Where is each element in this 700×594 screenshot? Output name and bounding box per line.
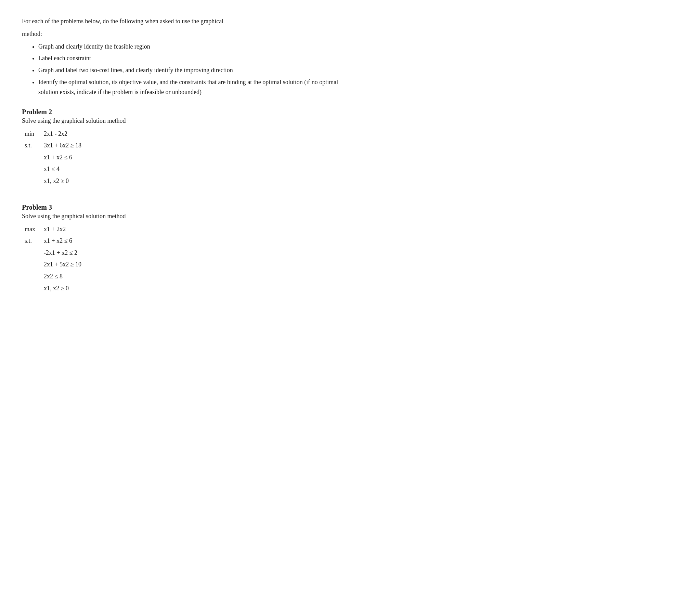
- problem-2-constraint-row-1: s.t. 3x1 + 6x2 ≥ 18: [22, 140, 84, 151]
- problem-3-objective-row: max x1 + 2x2: [22, 223, 84, 235]
- problem-2-lp-table: min 2x1 - 2x2 s.t. 3x1 + 6x2 ≥ 18 x1 + x…: [22, 128, 84, 187]
- problem-3-constraint-row-4: 2x2 ≤ 8: [22, 270, 84, 282]
- problem-3-lp-table: max x1 + 2x2 s.t. x1 + x2 ≤ 6 -2x1 + x2 …: [22, 223, 84, 294]
- problem-3-st-empty-1: [22, 247, 42, 259]
- problem-3-title: Problem 3: [22, 203, 354, 211]
- problem-2-constraint-row-2: x1 + x2 ≤ 6: [22, 151, 84, 163]
- problem-2-constraint-row-4: x1, x2 ≥ 0: [22, 175, 84, 187]
- problem-2-section: Problem 2 Solve using the graphical solu…: [22, 108, 354, 187]
- problem-2-constraint-4: x1, x2 ≥ 0: [42, 175, 84, 187]
- problem-2-constraint-1: 3x1 + 6x2 ≥ 18: [42, 140, 84, 151]
- problem-3-constraint-4: 2x2 ≤ 8: [42, 270, 84, 282]
- problem-3-subtitle: Solve using the graphical solution metho…: [22, 213, 354, 220]
- problem-2-st-empty-3: [22, 175, 42, 187]
- problem-3-constraint-row-1: s.t. x1 + x2 ≤ 6: [22, 235, 84, 247]
- bullet-1: Graph and clearly identify the feasible …: [38, 42, 354, 52]
- problem-2-objective: 2x1 - 2x2: [42, 128, 84, 140]
- problem-3-st-empty-2: [22, 259, 42, 270]
- bullet-2: Label each constraint: [38, 53, 354, 63]
- problem-2-subtitle: Solve using the graphical solution metho…: [22, 117, 354, 124]
- problem-3-type-label: max: [22, 223, 42, 235]
- problem-2-title: Problem 2: [22, 108, 354, 116]
- problem-3-st-label: s.t.: [22, 235, 42, 247]
- problem-3-constraint-1: x1 + x2 ≤ 6: [42, 235, 84, 247]
- intro-paragraph: For each of the problems below, do the f…: [22, 16, 354, 97]
- problem-2-constraint-2: x1 + x2 ≤ 6: [42, 151, 84, 163]
- problem-3-st-empty-4: [22, 282, 42, 294]
- problem-2-constraint-3: x1 ≤ 4: [42, 163, 84, 175]
- problem-3-constraint-3: 2x1 + 5x2 ≥ 10: [42, 259, 84, 270]
- intro-bullet-list: Graph and clearly identify the feasible …: [38, 42, 354, 97]
- problem-2-constraint-row-3: x1 ≤ 4: [22, 163, 84, 175]
- problem-3-st-empty-3: [22, 270, 42, 282]
- problem-3-constraint-5: x1, x2 ≥ 0: [42, 282, 84, 294]
- problem-3-constraint-2: -2x1 + x2 ≤ 2: [42, 247, 84, 259]
- problem-2-st-empty-2: [22, 163, 42, 175]
- problem-2-type-label: min: [22, 128, 42, 140]
- intro-line1: For each of the problems below, do the f…: [22, 16, 354, 26]
- bullet-4: Identify the optimal solution, its objec…: [38, 77, 354, 97]
- problem-2-st-empty-1: [22, 151, 42, 163]
- problem-3-objective: x1 + 2x2: [42, 223, 84, 235]
- intro-line2: method:: [22, 29, 354, 39]
- problem-3-section: Problem 3 Solve using the graphical solu…: [22, 203, 354, 294]
- problem-2-st-label: s.t.: [22, 140, 42, 151]
- problem-2-objective-row: min 2x1 - 2x2: [22, 128, 84, 140]
- problem-3-constraint-row-5: x1, x2 ≥ 0: [22, 282, 84, 294]
- problem-3-constraint-row-2: -2x1 + x2 ≤ 2: [22, 247, 84, 259]
- bullet-3: Graph and label two iso-cost lines, and …: [38, 65, 354, 75]
- problem-3-constraint-row-3: 2x1 + 5x2 ≥ 10: [22, 259, 84, 270]
